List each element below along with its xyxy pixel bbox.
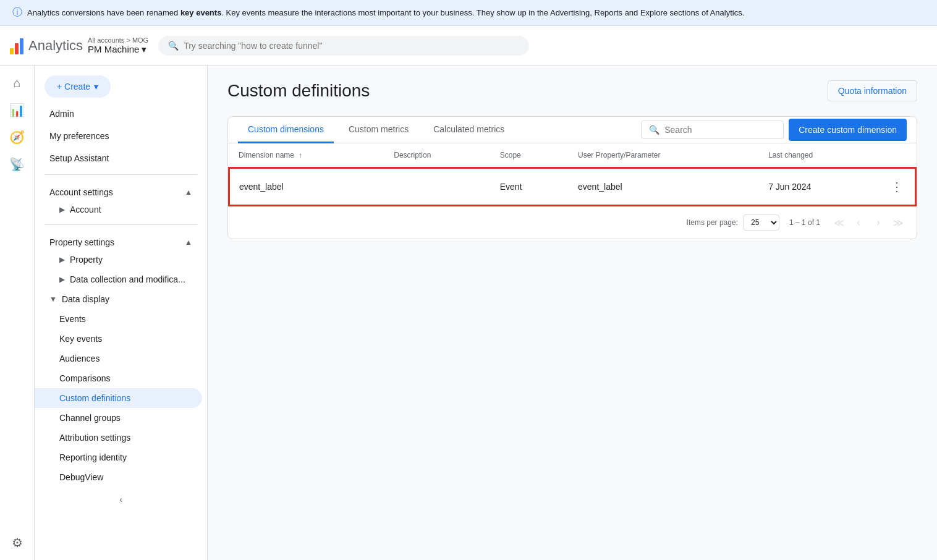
logo-bar-2: [15, 43, 19, 54]
nav-advertising-icon[interactable]: 📡: [5, 152, 30, 177]
prev-page-button[interactable]: ‹: [850, 214, 867, 231]
col-dimension-name[interactable]: Dimension name ↑: [229, 143, 384, 168]
account-selector[interactable]: All accounts > MOG PM Machine ▾: [88, 36, 148, 55]
table-body: event_label Event event_label 7 Jun 2024…: [229, 168, 916, 206]
sidebar-item-data-collection[interactable]: ▶ Data collection and modifica...: [35, 269, 202, 289]
items-per-page-select[interactable]: 25 50 100: [743, 214, 779, 231]
property-name[interactable]: PM Machine ▾: [88, 44, 148, 55]
col-user-property: User Property/Parameter: [568, 143, 758, 168]
property-settings-header[interactable]: Property settings ▲: [35, 230, 207, 250]
table-search-input[interactable]: [664, 125, 776, 135]
info-icon: ⓘ: [12, 6, 22, 19]
sidebar-item-setup[interactable]: Setup Assistant: [35, 147, 202, 169]
sidebar-item-custom-definitions[interactable]: Custom definitions: [35, 388, 202, 408]
pagination-row: Items per page: 25 50 100 1 – 1 of 1 ≪ ‹…: [228, 206, 917, 239]
sidebar-item-account[interactable]: ▶ Account: [35, 200, 202, 219]
col-actions: [878, 143, 916, 168]
sidebar-item-preferences[interactable]: My preferences: [35, 125, 202, 147]
sidebar-item-comparisons[interactable]: Comparisons: [35, 368, 202, 388]
account-expand-icon: ▶: [59, 205, 65, 214]
create-button[interactable]: + Create ▾: [45, 75, 111, 98]
nav-settings-icon[interactable]: ⚙: [5, 530, 30, 555]
sidebar-divider-1: [45, 174, 197, 175]
dropdown-arrow-icon: ▾: [142, 44, 146, 55]
info-banner: ⓘ Analytics conversions have been rename…: [0, 0, 937, 26]
data-collection-expand-icon: ▶: [59, 275, 65, 284]
sidebar-create-area: + Create ▾: [35, 70, 207, 103]
property-settings-collapse-icon: ▲: [185, 238, 192, 247]
sidebar-divider-2: [45, 224, 197, 225]
nav-explore-icon[interactable]: 🧭: [5, 125, 30, 150]
next-page-button[interactable]: ›: [870, 214, 887, 231]
banner-text: Analytics conversions have been renamed …: [27, 8, 744, 17]
analytics-logo: [10, 37, 23, 54]
dimensions-table: Dimension name ↑ Description Scope User …: [228, 143, 917, 206]
sidebar-item-data-display[interactable]: ▼ Data display: [35, 289, 202, 309]
sidebar-item-attribution[interactable]: Attribution settings: [35, 428, 202, 448]
app-body: ⌂ 📊 🧭 📡 ⚙ + Create ▾ Admin My preference…: [0, 66, 937, 560]
search-icon: 🔍: [168, 41, 179, 51]
col-scope: Scope: [490, 143, 568, 168]
sidebar-item-key-events[interactable]: Key events: [35, 329, 202, 349]
collapse-left-icon: ‹: [119, 494, 122, 504]
sidebar-collapse-button[interactable]: ‹: [35, 487, 207, 512]
account-path: All accounts > MOG: [88, 36, 148, 44]
last-page-button[interactable]: ≫: [889, 214, 907, 231]
nav-reports-icon[interactable]: 📊: [5, 98, 30, 122]
nav-home-icon[interactable]: ⌂: [5, 70, 30, 95]
global-search-bar[interactable]: 🔍: [158, 36, 529, 56]
sidebar-item-debugview[interactable]: DebugView: [35, 467, 202, 487]
logo-bar-1: [10, 48, 14, 54]
cell-actions[interactable]: ⋮: [878, 168, 916, 206]
sidebar-item-audiences[interactable]: Audiences: [35, 349, 202, 368]
data-display-collapse-icon: ▼: [49, 295, 57, 303]
logo-bar-3: [20, 38, 23, 54]
cell-scope: Event: [490, 168, 568, 206]
table-search-icon: 🔍: [649, 125, 659, 135]
table-search-box[interactable]: 🔍: [641, 121, 784, 139]
custom-definitions-card: Custom dimensions Custom metrics Calcula…: [227, 116, 917, 239]
app-header: Analytics All accounts > MOG PM Machine …: [0, 26, 937, 66]
account-settings-collapse-icon: ▲: [185, 188, 192, 197]
col-description: Description: [384, 143, 490, 168]
main-content: Custom definitions Quota information Cus…: [208, 66, 937, 560]
tab-calculated-metrics[interactable]: Calculated metrics: [423, 117, 514, 143]
page-header: Custom definitions Quota information: [227, 80, 917, 101]
page-title: Custom definitions: [227, 81, 370, 101]
tab-custom-dimensions[interactable]: Custom dimensions: [238, 117, 334, 143]
cell-description: [384, 168, 490, 206]
first-page-button[interactable]: ≪: [830, 214, 847, 231]
pagination-controls: ≪ ‹ › ≫: [830, 214, 907, 231]
cell-user-property: event_label: [568, 168, 758, 206]
sidebar-item-property[interactable]: ▶ Property: [35, 250, 202, 269]
property-expand-icon: ▶: [59, 255, 65, 264]
col-last-changed: Last changed: [758, 143, 878, 168]
create-button-label: + Create: [57, 82, 90, 91]
global-search-input[interactable]: [184, 41, 519, 51]
sidebar: + Create ▾ Admin My preferences Setup As…: [35, 66, 208, 560]
tab-custom-metrics[interactable]: Custom metrics: [339, 117, 418, 143]
account-settings-header[interactable]: Account settings ▲: [35, 180, 207, 200]
sort-icon: ↑: [299, 151, 302, 159]
row-actions-button[interactable]: ⋮: [888, 177, 905, 197]
sidebar-item-channel-groups[interactable]: Channel groups: [35, 408, 202, 428]
logo-area: Analytics All accounts > MOG PM Machine …: [10, 36, 148, 55]
quota-information-button[interactable]: Quota information: [828, 80, 917, 101]
cell-last-changed: 7 Jun 2024: [758, 168, 878, 206]
table-head: Dimension name ↑ Description Scope User …: [229, 143, 916, 168]
create-dropdown-icon: ▾: [94, 82, 98, 91]
items-per-page: Items per page: 25 50 100: [687, 214, 779, 231]
dimensions-table-container: Dimension name ↑ Description Scope User …: [228, 143, 917, 239]
tabs-row: Custom dimensions Custom metrics Calcula…: [228, 117, 917, 143]
table-header-row: Dimension name ↑ Description Scope User …: [229, 143, 916, 168]
sidebar-item-admin[interactable]: Admin: [35, 103, 202, 125]
app-title: Analytics: [28, 38, 83, 54]
icon-nav: ⌂ 📊 🧭 📡 ⚙: [0, 66, 35, 560]
sidebar-item-reporting-identity[interactable]: Reporting identity: [35, 448, 202, 467]
cell-dimension-name: event_label: [229, 168, 384, 206]
pagination-range: 1 – 1 of 1: [789, 218, 820, 227]
sidebar-item-events[interactable]: Events: [35, 309, 202, 329]
create-custom-dimension-button[interactable]: Create custom dimension: [789, 119, 907, 141]
items-per-page-label: Items per page:: [687, 218, 738, 227]
table-row: event_label Event event_label 7 Jun 2024…: [229, 168, 916, 206]
